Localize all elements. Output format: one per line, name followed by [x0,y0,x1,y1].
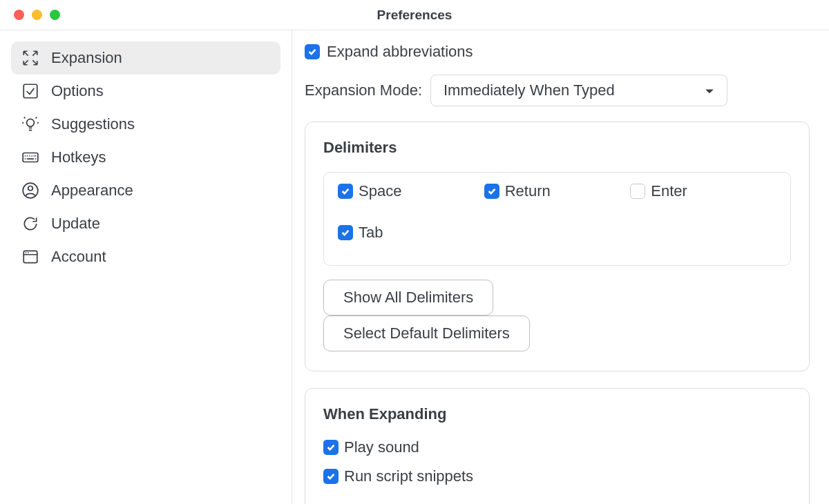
expansion-mode-select[interactable]: Immediately When Typed [430,75,727,106]
sidebar: Expansion Options Suggestions Hotkeys [0,30,292,504]
select-default-delimiters-button[interactable]: Select Default Delimiters [323,316,530,351]
sidebar-item-hotkeys[interactable]: Hotkeys [11,141,280,174]
play-sound-label: Play sound [344,438,419,456]
svg-rect-2 [23,153,38,162]
window-title: Preferences [0,8,829,23]
delimiter-tab-label: Tab [359,224,383,242]
delimiter-tab-row: Tab [338,224,484,242]
person-icon [21,181,40,200]
window-controls [14,10,60,20]
delimiter-tab-checkbox[interactable] [338,225,353,240]
sidebar-item-expansion[interactable]: Expansion [11,41,280,75]
sidebar-item-account[interactable]: Account [11,240,280,273]
sidebar-item-label: Options [51,82,104,100]
delimiter-return-row: Return [484,182,631,200]
when-expanding-panel: When Expanding Play sound Run script sni… [305,388,810,504]
sidebar-item-update[interactable]: Update [11,207,280,240]
sidebar-item-suggestions[interactable]: Suggestions [11,108,280,141]
delimiter-space-label: Space [359,182,401,200]
delimiter-return-label: Return [505,182,551,200]
delimiter-enter-checkbox[interactable] [630,184,645,199]
sidebar-item-label: Hotkeys [51,148,106,166]
titlebar: Preferences [0,0,829,30]
chevron-down-icon [705,81,714,99]
expansion-mode-value: Immediately When Typed [444,81,615,99]
expand-abbreviations-checkbox[interactable] [305,44,320,59]
svg-rect-0 [23,84,37,98]
sidebar-item-label: Appearance [51,182,133,200]
when-expanding-title: When Expanding [323,405,791,423]
delimiter-enter-label: Enter [651,182,687,200]
run-script-label: Run script snippets [344,467,473,485]
minimize-window-button[interactable] [32,10,42,20]
browser-icon [21,247,40,266]
main-content: Expand abbreviations Expansion Mode: Imm… [292,30,829,504]
expansion-mode-label: Expansion Mode: [305,81,422,99]
sidebar-item-label: Update [51,215,100,233]
refresh-icon [21,214,40,233]
expand-abbreviations-row: Expand abbreviations [305,43,810,61]
delimiters-panel: Delimiters Space Return Ent [305,122,810,371]
delimiter-enter-row: Enter [630,182,776,200]
svg-point-1 [27,119,35,126]
delimiter-space-row: Space [338,182,484,200]
run-script-row: Run script snippets [323,467,791,485]
keyboard-icon [21,148,40,167]
expand-icon [21,48,40,68]
close-window-button[interactable] [14,10,24,20]
checkbox-icon [21,81,40,101]
run-script-checkbox[interactable] [323,469,339,484]
preferences-window: Preferences Expansion Options Suggesti [0,0,829,504]
sidebar-item-options[interactable]: Options [11,75,280,108]
sidebar-item-label: Expansion [51,49,122,67]
delimiters-list: Space Return Enter Tab [323,172,791,266]
sidebar-item-appearance[interactable]: Appearance [11,174,280,207]
expand-abbreviations-label: Expand abbreviations [327,43,473,61]
play-sound-row: Play sound [323,438,791,456]
delimiter-return-checkbox[interactable] [484,184,499,199]
sidebar-item-label: Account [51,248,106,266]
zoom-window-button[interactable] [50,10,60,20]
lightbulb-icon [21,115,40,134]
delimiter-space-checkbox[interactable] [338,184,353,199]
expansion-mode-row: Expansion Mode: Immediately When Typed [305,75,810,106]
show-all-delimiters-button[interactable]: Show All Delimiters [323,280,493,316]
play-sound-checkbox[interactable] [323,440,339,455]
sidebar-item-label: Suggestions [51,115,135,133]
svg-point-4 [28,186,33,191]
window-body: Expansion Options Suggestions Hotkeys [0,30,829,504]
delimiters-title: Delimiters [323,139,791,157]
